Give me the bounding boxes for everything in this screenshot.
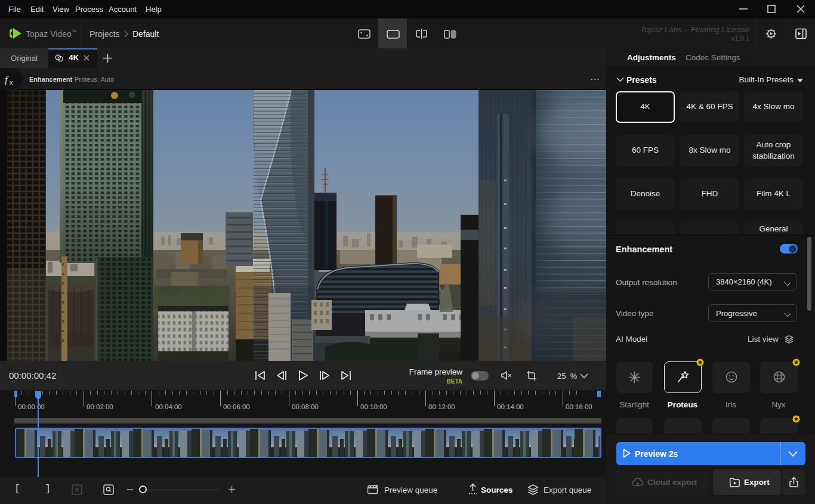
svg-text:x: x — [10, 79, 13, 86]
